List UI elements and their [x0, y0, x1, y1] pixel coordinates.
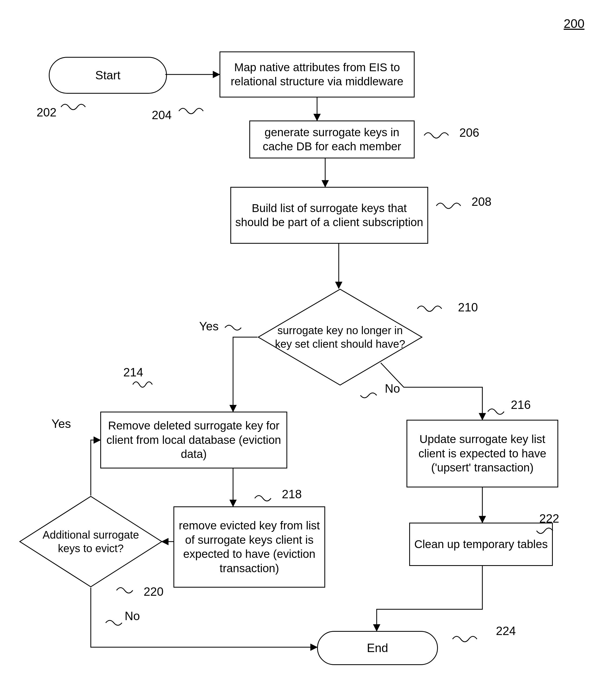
end-label: End — [367, 641, 388, 655]
label-no-1: No — [385, 382, 400, 395]
process-eviction-transaction: remove evicted key from list of surrogat… — [173, 506, 325, 588]
ref-210: 210 — [458, 301, 478, 314]
ref-218: 218 — [282, 487, 302, 501]
decision-additional-evict-text: Additional surrogate keys to evict? — [19, 496, 163, 588]
process-build-list: Build list of surrogate keys that should… — [230, 187, 428, 244]
process-generate-keys-text: generate surrogate keys in cache DB for … — [253, 126, 411, 154]
label-yes-2: Yes — [51, 417, 71, 431]
ref-206: 206 — [459, 126, 479, 139]
process-generate-keys: generate surrogate keys in cache DB for … — [249, 120, 415, 159]
decision-key-no-longer: surrogate key no longer in key set clien… — [257, 288, 423, 386]
ref-208: 208 — [471, 195, 491, 209]
process-remove-key-text: Remove deleted surrogate key for client … — [104, 419, 284, 462]
process-cleanup: Clean up temporary tables — [409, 523, 553, 566]
label-no-2: No — [125, 609, 140, 623]
ref-202: 202 — [36, 105, 57, 119]
process-map-attributes: Map native attributes from EIS to relati… — [220, 51, 415, 98]
process-update-list-text: Update surrogate key list client is expe… — [410, 432, 555, 475]
process-update-list: Update surrogate key list client is expe… — [406, 420, 558, 487]
process-cleanup-text: Clean up temporary tables — [414, 537, 548, 552]
start-terminator: Start — [49, 57, 167, 94]
ref-214: 214 — [123, 366, 143, 379]
decision-key-no-longer-text: surrogate key no longer in key set clien… — [257, 288, 423, 386]
ref-220: 220 — [144, 585, 163, 598]
ref-204: 204 — [152, 108, 172, 122]
ref-224: 224 — [496, 624, 516, 638]
label-yes-1: Yes — [199, 319, 219, 333]
process-map-attributes-text: Map native attributes from EIS to relati… — [223, 61, 411, 89]
process-eviction-transaction-text: remove evicted key from list of surrogat… — [177, 519, 322, 576]
start-label: Start — [95, 68, 121, 82]
process-remove-key: Remove deleted surrogate key for client … — [100, 412, 287, 468]
figure-number: 200 — [564, 16, 584, 31]
process-build-list-text: Build list of surrogate keys that should… — [234, 201, 424, 230]
ref-216: 216 — [511, 398, 531, 412]
decision-additional-evict: Additional surrogate keys to evict? — [19, 496, 163, 588]
end-terminator: End — [317, 631, 438, 665]
ref-222: 222 — [539, 512, 559, 525]
flowchart-canvas: 200 Start Map native attributes from EIS… — [0, 0, 610, 700]
